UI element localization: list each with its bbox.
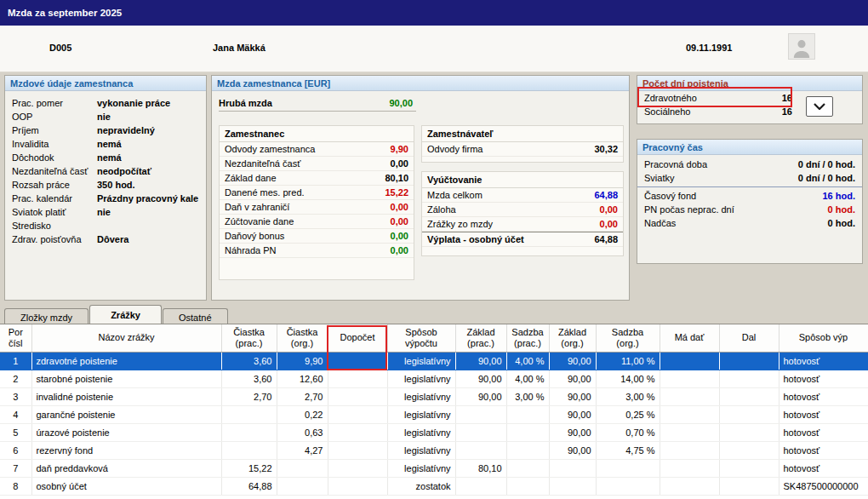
column-header[interactable]: Sadzba(org.) <box>596 324 660 352</box>
column-header[interactable]: Základ(prac.) <box>455 324 506 352</box>
insurance-days-row-value: 16 <box>782 106 792 117</box>
deduction-cell <box>328 459 387 477</box>
column-header[interactable]: Základ(org.) <box>549 324 596 352</box>
tab-zlozky-mzdy[interactable]: Zložky mzdy <box>4 308 89 325</box>
column-header[interactable]: Čiastka(org.) <box>277 324 328 352</box>
deduction-cell: 4,75 % <box>596 441 660 459</box>
deduction-row[interactable]: 8osobný účet64,88zostatokSK487500000000 <box>0 477 868 495</box>
wage-info-row-value: nepravidelný <box>97 125 155 135</box>
deduction-row[interactable]: 1zdravotné poistenie3,609,90legislatívny… <box>0 352 868 370</box>
employee-deduction-row-value: 15,22 <box>385 187 408 198</box>
wage-info-row: Sviatok platiťnie <box>5 205 206 219</box>
deduction-cell <box>660 370 719 387</box>
deduction-cell <box>506 477 549 495</box>
insurance-days-dropdown-button[interactable] <box>806 96 833 117</box>
deduction-row[interactable]: 5úrazové poistenie0,63legislatívny90,000… <box>0 423 868 441</box>
settlement-row: Zrážky zo mzdy0,00 <box>422 217 623 232</box>
deduction-cell: hotovosť <box>779 370 868 387</box>
employee-name: Jana Mäkká <box>213 43 266 53</box>
column-header[interactable]: Má dať <box>660 324 719 352</box>
deduction-cell: 7 <box>0 459 31 477</box>
tab-ostatne[interactable]: Ostatné <box>163 308 228 325</box>
work-time-row: Pracovná doba0 dní / 0 hod. <box>637 158 862 171</box>
work-time-row-value: 0 dní / 0 hod. <box>798 173 855 183</box>
wage-info-row-value: nie <box>97 112 111 122</box>
settlement-row-value: 64,88 <box>594 234 618 244</box>
deduction-cell: 80,10 <box>455 459 506 477</box>
column-header[interactable]: Dal <box>719 324 779 352</box>
column-header[interactable]: Čiastka(prac.) <box>221 324 277 352</box>
deduction-cell: SK487500000000 <box>779 477 868 495</box>
settlement-group: Vyúčtovanie Mzda celkom64,88Záloha0,00Zr… <box>421 171 624 256</box>
tab-zrazky[interactable]: Zrážky <box>89 305 162 324</box>
column-header[interactable]: Spôsobvýpočtu <box>387 324 455 352</box>
deduction-cell: hotovosť <box>779 423 868 441</box>
deduction-cell: starobné poistenie <box>31 370 221 387</box>
deduction-cell <box>719 477 779 495</box>
deduction-cell <box>455 441 506 459</box>
employee-deduction-row: Náhrada PN0,00 <box>220 244 414 258</box>
column-header[interactable]: Porčísl <box>0 324 31 352</box>
column-header[interactable]: Dopočet <box>328 324 387 352</box>
deduction-cell: 4,00 % <box>506 352 549 370</box>
deduction-cell <box>506 459 549 477</box>
deduction-cell <box>660 387 719 405</box>
employee-deduction-row-value: 0,00 <box>391 231 408 241</box>
wage-info-row-value: Prázdny pracovný kale <box>97 193 198 204</box>
wage-info-row: Nezdaniteľná časťneodpočítať <box>5 164 206 178</box>
insurance-days-row-label: Sociálneho <box>644 106 690 117</box>
deduction-row[interactable]: 6rezervný fond4,27legislatívny90,004,75 … <box>0 441 868 459</box>
deduction-cell <box>660 441 719 459</box>
deduction-cell <box>660 477 719 495</box>
deduction-cell: legislatívny <box>387 352 455 370</box>
deduction-cell <box>328 423 387 441</box>
deduction-row[interactable]: 4garančné poistenie0,22legislatívny90,00… <box>0 405 868 423</box>
employee-deduction-row-value: 0,00 <box>391 216 408 227</box>
deduction-cell <box>719 441 779 459</box>
deduction-cell <box>596 477 660 495</box>
settlement-row-label: Zrážky zo mzdy <box>427 219 493 229</box>
wage-info-row-label: Prac. pomer <box>12 98 97 108</box>
deduction-cell <box>660 423 719 441</box>
work-time-row: PN počas neprac. dní0 hod. <box>637 203 862 216</box>
wage-info-row: Invaliditanemá <box>5 137 206 151</box>
insurance-days-panel: Počet dní poistenia Zdravotného16Sociáln… <box>637 75 863 124</box>
employee-deduction-row: Nezdaniteľná časť0,00 <box>220 157 414 171</box>
wage-info-row-value: vykonanie práce <box>97 98 170 108</box>
deduction-cell <box>660 459 719 477</box>
employee-deduction-row-label: Odvody zamestnanca <box>225 144 315 154</box>
wage-info-row-label: Prac. kalendár <box>12 193 97 204</box>
employee-deduction-row-label: Danené mes. pred. <box>225 187 305 198</box>
deduction-cell: úrazové poistenie <box>31 423 221 441</box>
employer-cost-row: Odvody firma30,32 <box>422 142 623 157</box>
employee-deduction-row: Daňový bonus0,00 <box>220 229 414 244</box>
deduction-row[interactable]: 7daň preddavková15,22legislatívny80,10ho… <box>0 459 868 477</box>
employee-header: D005 Jana Mäkká 09.11.1991 <box>0 26 868 72</box>
wage-info-row-label: Zdrav. poisťovňa <box>12 234 97 244</box>
deduction-cell: 4,27 <box>277 441 328 459</box>
chevron-down-icon <box>814 103 825 110</box>
wage-info-row-label: Stredisko <box>12 221 97 231</box>
settlement-row: Výplata - osobný účet64,88 <box>422 232 623 247</box>
deduction-cell: invalidné poistenie <box>31 387 221 405</box>
deduction-cell: rezervný fond <box>31 441 221 459</box>
work-time-rows: Pracovná doba0 dní / 0 hod.Sviatky0 dní … <box>637 155 862 230</box>
employee-id: D005 <box>49 43 71 53</box>
wage-info-row-label: OOP <box>12 112 97 122</box>
deduction-cell: 12,60 <box>277 370 328 387</box>
deduction-row[interactable]: 2starobné poistenie3,6012,60legislatívny… <box>0 370 868 387</box>
deduction-cell: 90,00 <box>549 423 596 441</box>
deduction-row[interactable]: 3invalidné poistenie2,702,70legislatívny… <box>0 387 868 405</box>
deduction-cell: hotovosť <box>779 387 868 405</box>
wage-info-row: Stredisko <box>5 219 206 232</box>
column-header[interactable]: Sadzba(prac.) <box>506 324 549 352</box>
panel-title-wage: Mzda zamestnanca [EUR] <box>212 76 629 91</box>
column-header[interactable]: Názov zrážky <box>31 324 221 352</box>
column-header[interactable]: Spôsob výp <box>779 324 868 352</box>
deduction-cell <box>719 405 779 423</box>
deduction-cell: 2,70 <box>221 387 277 405</box>
work-time-row-label: Časový fond <box>644 191 696 201</box>
work-time-row: Nadčas0 hod. <box>637 216 862 230</box>
work-time-row-label: Sviatky <box>644 173 674 183</box>
deduction-cell: 5 <box>0 423 31 441</box>
